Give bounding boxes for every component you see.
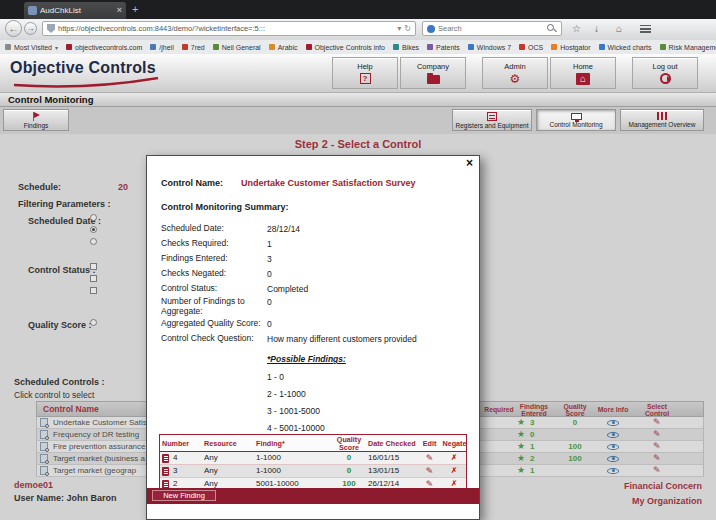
tab-findings[interactable]: Findings xyxy=(3,109,69,131)
bookmark-favicon xyxy=(213,44,219,50)
home-nav-icon[interactable]: ⌂ xyxy=(616,22,622,35)
browser-titlebar: AudChkList × + xyxy=(0,0,716,19)
pencil-icon[interactable]: ✎ xyxy=(653,441,661,452)
tab-close-icon[interactable]: × xyxy=(117,6,122,15)
bookmark-item[interactable]: Arabic xyxy=(269,44,298,51)
possible-finding: 4 - 5001-10000 xyxy=(267,423,325,433)
search-icon[interactable] xyxy=(547,24,557,34)
bookmark-item[interactable]: Wicked charts xyxy=(599,44,652,51)
browser-navbar: ← → ▾ ↻ ☆ ↓ ⌂ xyxy=(0,19,716,41)
nav-home[interactable]: Home ⌂ xyxy=(550,57,616,89)
tab-control-monitoring[interactable]: Control Monitoring xyxy=(536,109,616,131)
finding-row: 3 Any 1-1000 0 13/01/15 ✎ ✗ xyxy=(160,465,466,478)
org-code: demoe01 xyxy=(14,480,53,490)
forward-button[interactable]: → xyxy=(24,22,37,35)
possible-findings-title: *Possible Findings: xyxy=(267,354,346,364)
folder-icon xyxy=(427,75,440,84)
bookmark-star-icon[interactable]: ☆ xyxy=(572,22,581,35)
search-bar[interactable] xyxy=(422,21,562,36)
possible-finding: 1 - 0 xyxy=(267,372,284,382)
bookmark-item[interactable]: OCS xyxy=(519,44,543,51)
eye-icon[interactable] xyxy=(607,420,619,426)
negate-icon[interactable]: ✗ xyxy=(442,452,466,464)
my-organization-link[interactable]: My Organization xyxy=(632,496,702,506)
control-status-checkbox[interactable] xyxy=(90,275,97,282)
bookmark-item[interactable]: Hostgator xyxy=(551,44,590,51)
bookmark-item[interactable]: Bikes xyxy=(393,44,419,51)
browser-tab[interactable]: AudChkList × xyxy=(24,2,126,19)
eye-icon[interactable] xyxy=(607,444,619,450)
possible-finding: 3 - 1001-5000 xyxy=(267,406,320,416)
help-icon: ? xyxy=(360,73,371,84)
app-header: Objective Controls Help ? Company Admin … xyxy=(0,54,716,92)
clipboard-icon[interactable] xyxy=(162,454,169,463)
bookmark-item[interactable]: 7red xyxy=(182,44,205,51)
back-button[interactable]: ← xyxy=(5,20,22,37)
control-item-icon xyxy=(40,454,48,463)
bookmark-item[interactable]: Most Visited▾ xyxy=(5,44,58,51)
bookmark-favicon xyxy=(660,44,666,50)
scheduled-date-radio[interactable] xyxy=(90,226,97,233)
click-hint: Click control to select xyxy=(14,390,94,400)
scheduled-date-radio[interactable] xyxy=(90,238,97,245)
bookmark-item[interactable]: Patents xyxy=(427,44,460,51)
url-bar[interactable]: ▾ ↻ xyxy=(42,21,416,36)
control-name-label: Control Name: xyxy=(161,178,223,188)
gear-icon: ⚙ xyxy=(510,73,521,85)
bookmark-favicon xyxy=(519,44,525,50)
bookmark-favicon xyxy=(393,44,399,50)
url-input[interactable] xyxy=(58,24,394,33)
nav-logout[interactable]: Log out xyxy=(632,57,698,89)
step-title: Step 2 - Select a Control xyxy=(0,138,716,150)
scheduled-date-radio[interactable] xyxy=(90,214,97,221)
edit-pencil-icon[interactable]: ✎ xyxy=(417,465,442,477)
bookmark-item[interactable]: Objective Controls info xyxy=(306,44,385,51)
tab-management-overview[interactable]: Management Overview xyxy=(620,109,704,131)
control-status-label: Control Status : xyxy=(28,265,96,275)
tab-registers-equipment[interactable]: Registers and Equipment xyxy=(452,109,532,131)
clipboard-icon[interactable] xyxy=(162,467,169,476)
quality-score-radio[interactable] xyxy=(90,319,97,326)
bookmark-item[interactable]: /jheil xyxy=(150,44,173,51)
bookmark-item[interactable]: Windows 7 xyxy=(468,44,511,51)
more-info-header: More Info xyxy=(595,406,631,413)
negate-icon[interactable]: ✗ xyxy=(442,465,466,477)
bookmark-favicon xyxy=(468,44,474,50)
pencil-icon[interactable]: ✎ xyxy=(653,417,661,428)
bookmark-item[interactable]: Neil General xyxy=(213,44,261,51)
search-input[interactable] xyxy=(438,24,544,33)
pencil-icon[interactable]: ✎ xyxy=(653,429,661,440)
modal-footer-bar: New Finding xyxy=(147,488,479,504)
downloads-icon[interactable]: ↓ xyxy=(594,22,599,35)
new-finding-button[interactable]: New Finding xyxy=(152,490,216,501)
new-tab-button[interactable]: + xyxy=(132,3,138,16)
pencil-icon[interactable]: ✎ xyxy=(653,465,661,476)
scheduled-controls-label: Scheduled Controls : xyxy=(14,377,105,387)
control-status-checkbox[interactable] xyxy=(90,287,97,294)
menu-icon[interactable] xyxy=(640,25,651,33)
tab-favicon-icon xyxy=(28,6,37,15)
nav-company[interactable]: Company xyxy=(400,57,466,89)
close-icon[interactable]: × xyxy=(466,157,473,170)
nav-admin[interactable]: Admin ⚙ xyxy=(482,57,548,89)
eye-icon[interactable] xyxy=(607,468,619,474)
bookmark-item[interactable]: objectivecontrols.com xyxy=(66,44,142,51)
possible-finding: 2 - 1-1000 xyxy=(267,389,306,399)
required-header: Required xyxy=(479,406,519,413)
schedule-value: 20 xyxy=(118,182,128,192)
control-item-icon xyxy=(40,466,48,475)
edit-pencil-icon[interactable]: ✎ xyxy=(417,452,442,464)
site-identity-icon[interactable] xyxy=(47,24,55,33)
eye-icon[interactable] xyxy=(607,456,619,462)
control-status-checkbox[interactable] xyxy=(90,263,97,270)
bookmark-favicon xyxy=(5,44,11,50)
schedule-label: Schedule: xyxy=(18,182,61,192)
nav-help[interactable]: Help ? xyxy=(332,57,398,89)
reload-icon[interactable]: ↻ xyxy=(404,25,411,33)
section-title: Control Monitoring xyxy=(0,92,716,107)
pencil-icon[interactable]: ✎ xyxy=(653,453,661,464)
bookmark-item[interactable]: Risk Management xyxy=(660,44,716,51)
eye-icon[interactable] xyxy=(607,432,619,438)
url-dropdown-icon[interactable]: ▾ xyxy=(397,25,401,33)
search-engine-icon[interactable] xyxy=(427,25,435,33)
